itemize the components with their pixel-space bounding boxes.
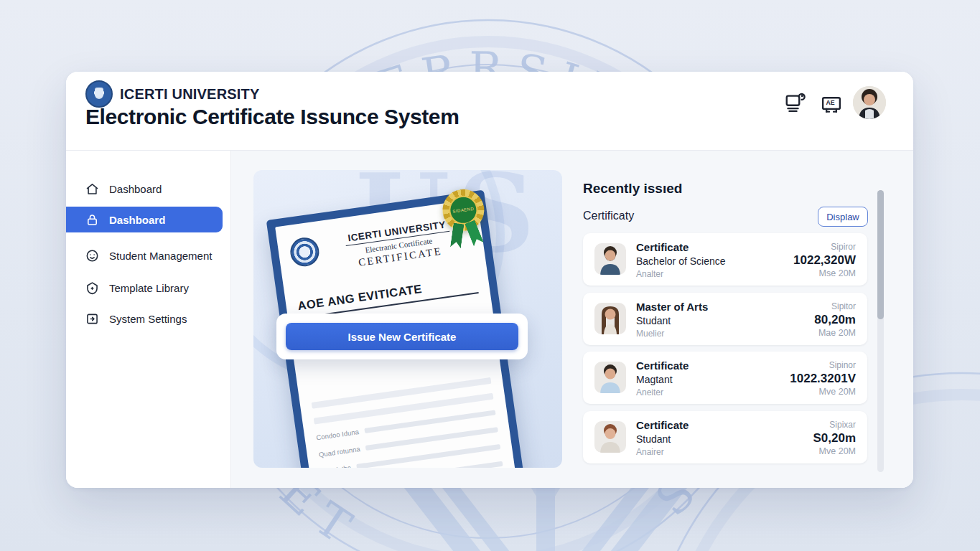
item-title: Master of Arts xyxy=(636,300,708,314)
student-avatar xyxy=(594,243,626,275)
student-avatar xyxy=(594,303,626,334)
certificate-banner-text: AOE ANG EVITICATE xyxy=(297,274,478,319)
certificate-list-item[interactable]: Certificate Studant Anairer Sipixar S0,2… xyxy=(583,411,867,463)
sidebar: Dashboard Dashboard Student Management xyxy=(66,151,231,488)
user-avatar[interactable] xyxy=(853,86,886,119)
item-title: Certificate xyxy=(636,359,689,373)
form-label: Condoo Iduna xyxy=(316,428,360,441)
svg-text:AE: AE xyxy=(826,99,835,106)
item-tag: Sipixar xyxy=(813,419,856,430)
item-meta: Mve 20M xyxy=(790,386,856,398)
settings-icon xyxy=(85,311,100,326)
item-student-name: Anairer xyxy=(636,446,689,458)
sidebar-item-system-settings[interactable]: System Settings xyxy=(66,306,223,331)
issue-certificate-card: Issue New Certificate xyxy=(276,314,528,359)
template-icon xyxy=(85,281,100,296)
home-icon xyxy=(85,182,100,197)
item-subtitle: Studant xyxy=(636,433,689,446)
certificate-list-item[interactable]: Master of Arts Studant Muelier Sipitor 8… xyxy=(583,293,867,345)
sidebar-item-label: System Settings xyxy=(109,313,187,325)
item-tag: Sipiror xyxy=(793,241,856,253)
certificate-preview-panel: US ICERTI UNIVERSITY Electranic Cortific… xyxy=(253,170,562,468)
page: UNIVERRSITY SICET SITY ICERTI UNIVERSITY… xyxy=(0,0,980,551)
item-meta: Mse 20M xyxy=(793,268,856,280)
sidebar-item-label: Template Library xyxy=(109,282,189,294)
form-label: Suoslotba xyxy=(320,463,351,468)
display-button[interactable]: Displaw xyxy=(818,207,868,227)
app-window: ICERTI UNIVERSITY Electronic Certificate… xyxy=(66,72,913,488)
scrollbar-track[interactable] xyxy=(877,190,884,472)
item-value: S0,20m xyxy=(813,430,856,446)
sidebar-item-dashboard-1[interactable]: Dashboard xyxy=(66,176,223,202)
item-subtitle: Bachelor of Science xyxy=(636,255,726,268)
certificate-list-item[interactable]: Certificate Magtant Aneiter Sipinor 1022… xyxy=(583,352,867,404)
certificate-form-fields: Condoo Iduna Quad rotunna Suoslotba Usul… xyxy=(312,377,503,468)
item-student-name: Muelier xyxy=(636,328,708,340)
item-meta: Mae 20M xyxy=(814,327,856,339)
item-tag: Sipitor xyxy=(814,301,856,312)
certificate-seal-icon xyxy=(289,236,321,268)
student-avatar xyxy=(594,421,626,453)
item-meta: Mve 20M xyxy=(813,446,856,458)
certificate-list-item[interactable]: Certificate Bachelor of Science Analter … xyxy=(583,233,867,286)
monitor-sync-icon[interactable] xyxy=(784,92,806,113)
sidebar-item-label: Dashboard xyxy=(109,214,165,226)
header: ICERTI UNIVERSITY Electronic Certificate… xyxy=(66,72,913,151)
scrollbar-thumb[interactable] xyxy=(877,190,884,319)
item-value: 1022,320W xyxy=(793,253,856,268)
id-card-icon[interactable]: AE xyxy=(821,93,842,115)
issue-new-certificate-button[interactable]: Issue New Certificate xyxy=(286,323,518,350)
rosette-text: SIDAEND xyxy=(452,207,475,214)
recently-issued-title: Recently issıed xyxy=(583,181,682,197)
item-value: 1022.3201V xyxy=(790,371,856,386)
item-student-name: Aneiter xyxy=(636,387,689,399)
sidebar-item-student-management[interactable]: Student Management xyxy=(66,242,223,268)
page-title: Electronic Certificate Issunce System xyxy=(85,105,459,129)
sidebar-item-template-library[interactable]: Template Library xyxy=(66,275,223,301)
item-subtitle: Studant xyxy=(636,314,708,328)
university-logo xyxy=(85,80,113,108)
lock-icon xyxy=(85,212,100,227)
form-label: Quad rotunna xyxy=(318,445,360,458)
item-value: 80,20m xyxy=(814,312,856,327)
sidebar-item-dashboard-2[interactable]: Dashboard xyxy=(66,207,223,232)
sidebar-item-label: Dashboard xyxy=(109,183,162,195)
item-title: Certificate xyxy=(636,418,689,433)
item-subtitle: Magtant xyxy=(636,373,689,387)
sidebar-item-label: Student Management xyxy=(109,250,212,262)
university-name: ICERTI UNIVERSITY xyxy=(120,86,260,103)
item-tag: Sipinor xyxy=(790,359,856,371)
item-student-name: Analter xyxy=(636,268,726,281)
student-avatar xyxy=(594,362,626,393)
item-title: Certificate xyxy=(636,240,726,255)
certificate-list-subtitle: Certificaty xyxy=(583,209,634,222)
student-icon xyxy=(85,248,100,263)
